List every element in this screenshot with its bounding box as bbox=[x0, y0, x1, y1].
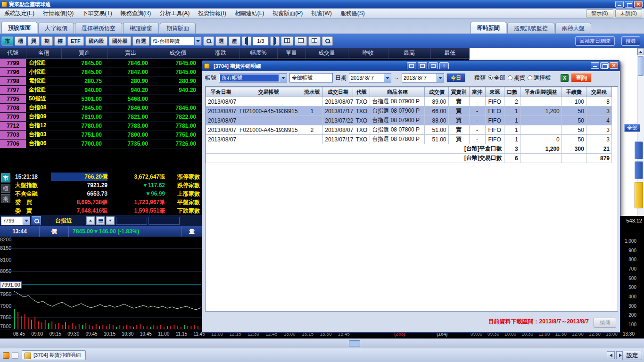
radio-futures[interactable]: 期貨 bbox=[508, 74, 525, 82]
col-total-volume[interactable]: 成交量 bbox=[305, 48, 348, 58]
all-filter-button[interactable]: 全部 bbox=[624, 124, 640, 132]
scroll-up-icon[interactable] bbox=[637, 48, 644, 55]
maximize-icon[interactable] bbox=[625, 1, 633, 8]
detail-row[interactable]: 2013/08/07 2013/07/17 TXO 台指選 08 07800 P… bbox=[206, 135, 612, 144]
prev-symbol-button[interactable] bbox=[86, 216, 95, 225]
account-select[interactable]: 所有帳號 bbox=[219, 73, 287, 82]
symbol-search-button[interactable] bbox=[32, 216, 41, 225]
tab-default-layout[interactable]: 預設版面 bbox=[1, 22, 37, 33]
reload-news-button[interactable]: 回補當日新聞 bbox=[575, 36, 615, 46]
detail-row[interactable]: 2013/08/07 F021000-A45-1939915 1 2013/07… bbox=[206, 107, 612, 116]
account-all-field[interactable]: 全部帳號 bbox=[289, 73, 333, 82]
detail-row[interactable]: 2013/08/07 2013/07/22 TXO 台指選 08 07900 P… bbox=[206, 116, 612, 125]
tab-realtime-news[interactable]: 即時新聞 bbox=[471, 22, 506, 33]
stats-tab-otc[interactable]: 櫃 bbox=[1, 184, 10, 193]
symbol-list-button[interactable] bbox=[96, 216, 105, 225]
date-to-select[interactable]: 2013/ 8/ 7 bbox=[402, 73, 444, 82]
market-button-options[interactable]: 權 bbox=[54, 36, 66, 46]
menu-item[interactable]: 行情報價(Q) bbox=[39, 8, 78, 18]
stats-tab-futures[interactable]: 期 bbox=[1, 194, 10, 203]
menu-item[interactable]: 下單交易(T) bbox=[78, 8, 116, 18]
popup-titlebar[interactable]: [3704] 期貨沖銷明細 ? bbox=[202, 61, 620, 71]
minimize-icon[interactable] bbox=[615, 1, 624, 8]
radio-all[interactable]: 全部 bbox=[488, 74, 505, 82]
detail-row[interactable]: 2013/08/07 F021000-A45-1939915 2 2013/08… bbox=[206, 125, 612, 135]
chevron-down-icon[interactable] bbox=[194, 37, 201, 45]
col-low[interactable]: 最低 bbox=[430, 48, 469, 58]
menu-item[interactable]: 視窗(W) bbox=[307, 8, 336, 18]
menu-item[interactable]: 分析工具(A) bbox=[155, 8, 194, 18]
next-page-button[interactable] bbox=[270, 36, 280, 46]
market-button-otc[interactable]: 櫃 bbox=[15, 36, 26, 46]
tab-two-second-market[interactable]: 兩秒大盤 bbox=[555, 23, 591, 33]
popup-minimize-icon[interactable] bbox=[591, 62, 599, 69]
col-ask[interactable]: 賣出 bbox=[107, 48, 154, 58]
col-bid[interactable]: 買進 bbox=[61, 48, 107, 58]
window-layout-button-3[interactable] bbox=[308, 36, 321, 46]
menu-item[interactable]: 視窗版面(P) bbox=[268, 8, 307, 18]
symbol-code-select[interactable]: 7799 bbox=[1, 216, 30, 225]
category-select[interactable]: f1-台指期貨 bbox=[151, 36, 202, 46]
taskbar-prev-button[interactable] bbox=[607, 351, 615, 359]
hscroll-thumb[interactable] bbox=[349, 340, 360, 346]
side-tab-block-1[interactable] bbox=[635, 141, 643, 159]
query-button[interactable]: 查詢 bbox=[571, 73, 592, 82]
menu-item[interactable]: 投資情報(I) bbox=[194, 8, 230, 18]
date-from-select[interactable]: 2013/ 8/ 7 bbox=[349, 73, 391, 82]
tab-warrants[interactable]: 權證櫥窗 bbox=[123, 23, 159, 33]
popup-help-icon[interactable]: ? bbox=[439, 62, 449, 69]
menu-item[interactable]: 系統設定(E) bbox=[0, 8, 39, 18]
select-button[interactable]: 選 bbox=[215, 36, 227, 46]
alert-button[interactable]: 警示(0) bbox=[586, 9, 613, 17]
market-button-etf[interactable]: ETF bbox=[67, 36, 84, 46]
scrollbar-thumb[interactable] bbox=[638, 56, 644, 76]
settings-button[interactable]: 設定 bbox=[622, 351, 642, 360]
symbol-input-1[interactable] bbox=[116, 217, 147, 225]
intraday-chart[interactable]: 8200 8150 8100 8050 7991.00 7950 7900 78… bbox=[0, 237, 202, 330]
search-button[interactable] bbox=[203, 36, 214, 46]
tab-options[interactable]: 選擇權孫悟空 bbox=[75, 23, 122, 33]
popup-layout-icon-3[interactable] bbox=[429, 62, 438, 69]
side-tab-block-active[interactable] bbox=[635, 182, 643, 208]
close-icon[interactable] bbox=[634, 1, 643, 8]
today-button[interactable]: 今日 bbox=[446, 73, 465, 82]
popup-maximize-icon[interactable] bbox=[600, 62, 609, 69]
market-button-emerging[interactable]: 興 bbox=[28, 36, 40, 46]
popup-close-icon[interactable] bbox=[610, 62, 618, 69]
menu-item[interactable]: 相關連結(L) bbox=[231, 8, 269, 18]
market-button-watchlist[interactable]: 自選 bbox=[132, 36, 149, 46]
product-button[interactable]: 產 bbox=[229, 36, 240, 46]
market-button-foreign[interactable]: 國外股 bbox=[109, 36, 131, 46]
tab-signal-monitor[interactable]: 股票訊號監控 bbox=[507, 23, 554, 33]
resume-button[interactable]: 續傳 bbox=[594, 318, 616, 328]
prev-page-button[interactable] bbox=[242, 36, 251, 46]
news-search-button[interactable]: 搜尋 bbox=[621, 36, 640, 46]
taskbar-app-icon[interactable] bbox=[3, 352, 9, 359]
chevron-down-icon[interactable] bbox=[280, 74, 287, 82]
taskbar-doc-icon[interactable] bbox=[12, 352, 18, 359]
market-button-futures[interactable]: 期 bbox=[41, 36, 53, 46]
next-symbol-button[interactable] bbox=[106, 216, 115, 225]
side-tab-block-2[interactable] bbox=[635, 161, 643, 179]
col-prev-close[interactable]: 昨收 bbox=[348, 48, 388, 58]
tab-futures-layout[interactable]: 期貨版面 bbox=[160, 23, 196, 33]
col-last[interactable]: 成交價 bbox=[154, 48, 202, 58]
window-layout-button-1[interactable] bbox=[281, 36, 293, 46]
window-layout-button-2[interactable] bbox=[295, 36, 307, 46]
radio-options[interactable]: 選擇權 bbox=[528, 74, 551, 82]
chevron-down-icon[interactable] bbox=[384, 74, 391, 82]
zoom-button[interactable] bbox=[322, 36, 333, 46]
col-high[interactable]: 最高 bbox=[388, 48, 430, 58]
detail-row[interactable]: 2013/08/07 2013/08/07 TXO 台指選 08 07900 P… bbox=[206, 97, 612, 107]
col-single-volume[interactable]: 單量 bbox=[277, 48, 305, 58]
tab-large-quotes[interactable]: 大字報價 bbox=[38, 23, 74, 33]
col-change-pct[interactable]: 幅度% bbox=[239, 48, 277, 58]
taskbar-window-button[interactable]: [3704] 期貨沖銷明細 bbox=[22, 350, 86, 360]
col-name[interactable]: 名稱 bbox=[26, 48, 61, 58]
col-code[interactable]: 代號 bbox=[0, 48, 26, 58]
popup-layout-icon-1[interactable] bbox=[407, 62, 416, 69]
chevron-down-icon[interactable] bbox=[23, 217, 30, 225]
symbol-input-2[interactable] bbox=[149, 217, 180, 225]
market-button-domestic[interactable]: 國內股 bbox=[85, 36, 107, 46]
unread-button[interactable]: 未讀(0) bbox=[615, 9, 642, 17]
